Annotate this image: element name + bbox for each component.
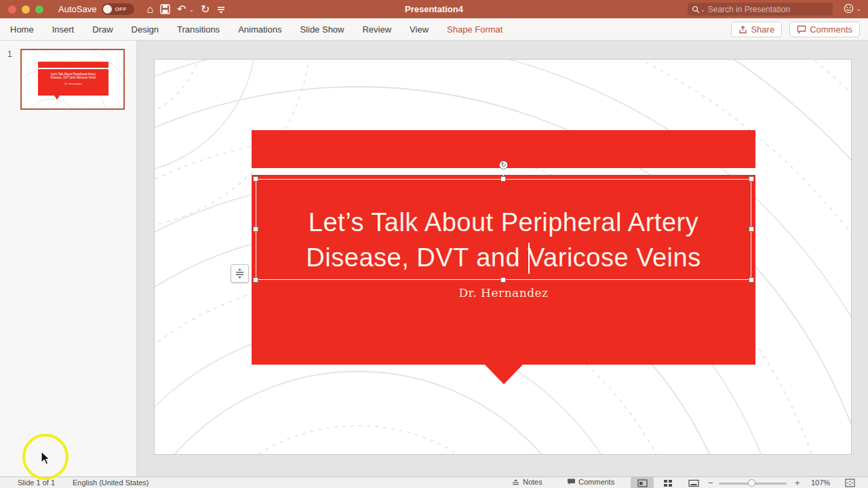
autosave-toggle[interactable]: OFF [102,3,134,15]
slide-subtitle-text[interactable]: Dr. Hernandez [252,286,755,300]
mouse-cursor [41,451,51,465]
toggle-knob [103,5,112,14]
title-textbox-selection-border[interactable] [256,179,751,280]
slide-thumbnail-panel: 1 Let’s Talk About Peripheral Artery Dis… [0,41,137,476]
autosave-state: OFF [115,6,127,12]
redo-icon[interactable]: ↻ [201,4,210,15]
tab-animations[interactable]: Animations [238,24,281,35]
tab-view[interactable]: View [410,24,429,35]
autofit-icon [234,268,245,279]
notes-label: Notes [523,478,542,486]
comments-status-label: Comments [578,478,614,486]
thumbnail-shape-gap [38,68,108,69]
selection-handle-bottom-right[interactable] [749,277,754,283]
slideshow-icon [688,479,699,487]
ribbon-tabs: Home Insert Draw Design Transitions Anim… [0,24,502,35]
window-titlebar: AutoSave OFF ⌂ ↶ ⌄ ↻ Presentation4 ⌄ [0,0,868,18]
undo-icon[interactable]: ↶ [177,4,186,15]
selection-handle-bottom-center[interactable] [500,277,506,283]
slide-count-status[interactable]: Slide 1 of 1 [18,479,55,487]
account-chevron-icon: ⌄ [856,5,861,12]
tab-insert[interactable]: Insert [52,24,75,35]
thumbnail-title-shape: Let’s Talk About Peripheral Artery Disea… [38,62,108,96]
tab-transitions[interactable]: Transitions [177,24,220,35]
home-icon[interactable]: ⌂ [146,4,153,15]
selection-handle-top-right[interactable] [749,176,754,182]
account-smiley-icon [844,3,854,14]
selection-handle-mid-right[interactable] [749,226,754,232]
share-label: Share [751,24,774,35]
language-status[interactable]: English (United States) [73,479,149,487]
search-box[interactable]: ⌄ [688,3,833,16]
tab-home[interactable]: Home [10,24,34,35]
ribbon-tab-bar: Home Insert Draw Design Transitions Anim… [0,18,868,41]
slide-sorter-view-button[interactable] [656,477,679,488]
callout-pointer-tip [485,365,523,384]
tab-draw[interactable]: Draw [92,24,113,35]
account-menu[interactable]: ⌄ [844,3,861,14]
search-scope-chevron-icon: ⌄ [701,7,705,13]
minimize-window-button[interactable] [22,5,30,14]
comments-icon [797,25,806,34]
zoom-in-button[interactable]: + [795,478,800,488]
slideshow-view-button[interactable] [682,477,705,488]
comments-label: Comments [810,24,852,35]
normal-view-button[interactable] [631,477,654,488]
slide-thumbnail[interactable]: Let’s Talk About Peripheral Artery Disea… [20,49,125,110]
share-icon [738,25,747,34]
quick-access-toolbar: ⌂ ↶ ⌄ ↻ [146,4,226,15]
zoom-window-button[interactable] [35,5,43,14]
selection-handle-mid-left[interactable] [253,226,258,232]
slide-sorter-icon [663,479,673,487]
rotation-handle[interactable]: ↻ [499,161,508,169]
autosave-label: AutoSave [58,4,96,14]
thumbnail-callout-tip [54,96,60,100]
save-icon[interactable] [160,4,170,14]
comments-toggle-button[interactable]: Comments [567,478,614,486]
notes-toggle-button[interactable]: Notes [511,478,542,486]
normal-view-icon [637,479,648,487]
comments-button[interactable]: Comments [789,22,860,37]
thumbnail-slide-number: 1 [7,49,12,59]
zoom-out-button[interactable]: − [708,478,713,488]
selection-handle-top-left[interactable] [253,176,258,182]
close-window-button[interactable] [8,5,16,14]
fit-slide-to-window-icon[interactable] [845,479,855,487]
selection-handle-bottom-left[interactable] [253,277,258,283]
thumbnail-title-text: Let’s Talk About Peripheral Artery Disea… [43,73,104,80]
autofit-options-button[interactable] [231,264,249,283]
share-button[interactable]: Share [731,22,782,37]
zoom-slider-thumb[interactable] [748,479,755,487]
tab-slide-show[interactable]: Slide Show [300,24,344,35]
tab-shape-format[interactable]: Shape Format [447,24,502,35]
slide-canvas[interactable]: Let’s Talk About Peripheral Artery Disea… [155,60,851,454]
search-icon [692,5,700,14]
qat-more-icon[interactable] [216,5,226,14]
status-bar: Slide 1 of 1 English (United States) Not… [0,476,868,488]
tab-review[interactable]: Review [362,24,391,35]
search-input[interactable] [708,5,829,14]
editing-workspace: Let’s Talk About Peripheral Artery Disea… [137,41,868,476]
tab-design[interactable]: Design [132,24,159,35]
notes-icon [511,478,520,486]
undo-dropdown-chevron-icon[interactable]: ⌄ [189,6,194,13]
traffic-lights [8,5,43,14]
zoom-level[interactable]: 107% [811,479,830,487]
thumbnail-subtitle-text: Dr. Hernandez [39,82,107,85]
comments-status-icon [567,478,576,486]
selection-handle-top-center[interactable] [500,176,506,182]
